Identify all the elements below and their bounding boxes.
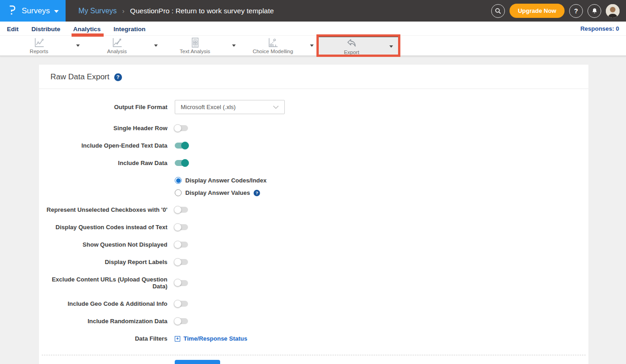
single-header-row-toggle[interactable] xyxy=(175,125,188,131)
toggle-row: Display Question Codes instead of Text xyxy=(39,224,588,231)
randomization-data-toggle[interactable] xyxy=(175,318,188,324)
document-grid-icon xyxy=(189,37,200,48)
choice-modelling-dropdown[interactable] xyxy=(305,44,319,47)
toggle-row: Single Header Row xyxy=(39,125,588,132)
choice-modelling-button[interactable]: Choice Modelling xyxy=(241,36,305,55)
chevron-down-icon xyxy=(54,10,59,13)
field-label: Represent Unselected Checkboxes with '0' xyxy=(39,206,167,213)
tab-distribute[interactable]: Distribute xyxy=(32,25,61,33)
output-format-select[interactable]: Microsoft Excel (.xls) xyxy=(175,100,285,114)
field-label: Display Report Labels xyxy=(39,259,167,265)
field-label: Show Question Not Displayed xyxy=(39,241,167,248)
chevron-down-icon xyxy=(273,105,279,109)
bell-icon xyxy=(591,7,598,14)
export-dropdown[interactable] xyxy=(384,45,398,48)
help-button[interactable]: ? xyxy=(569,4,583,18)
export-arrow-icon xyxy=(345,38,358,49)
report-labels-toggle[interactable] xyxy=(175,259,188,265)
text-analysis-button[interactable]: Text Analysis xyxy=(163,36,227,55)
reports-button[interactable]: Reports xyxy=(7,36,71,55)
search-button[interactable] xyxy=(491,4,505,18)
unselected-checkboxes-zero-toggle[interactable] xyxy=(175,207,188,213)
survey-title: QuestionPro : Return to work survey temp… xyxy=(130,7,274,15)
caret-down-icon xyxy=(232,44,236,47)
geo-code-toggle[interactable] xyxy=(175,301,188,307)
toolbar-group-reports: Reports xyxy=(7,36,85,55)
toggle-row: Include Open-Ended Text Data xyxy=(39,142,588,149)
toggle-row: Represent Unselected Checkboxes with '0' xyxy=(39,206,588,213)
brand-menu[interactable]: Surveys xyxy=(0,0,66,22)
toggle-knob xyxy=(174,300,182,308)
content-area: Raw Data Export ? Output File Format Mic… xyxy=(0,56,626,364)
toggle-row: Exclude Content URLs (Upload Question Da… xyxy=(39,276,588,290)
field-label: Include Open-Ended Text Data xyxy=(39,142,167,149)
toggle-knob xyxy=(174,258,182,266)
time-response-status-link[interactable]: + Time/Response Status xyxy=(175,335,247,342)
upgrade-now-button[interactable]: Upgrade Now xyxy=(510,4,565,18)
exclude-content-urls-toggle[interactable] xyxy=(175,280,188,286)
toggle-knob xyxy=(174,223,182,231)
breadcrumb-my-surveys[interactable]: My Surveys xyxy=(78,7,117,15)
tab-edit[interactable]: Edit xyxy=(7,25,19,33)
breadcrumb-separator: › xyxy=(122,7,125,15)
answer-display-radio-group: Display Answer Codes/Index Display Answe… xyxy=(175,177,588,196)
toolbar-group-analysis: Analysis xyxy=(85,36,163,55)
toggle-knob xyxy=(174,279,182,287)
panel-title: Raw Data Export xyxy=(50,72,110,82)
download-row: Download xyxy=(42,355,586,364)
reports-dropdown[interactable] xyxy=(71,44,85,47)
radio-icon xyxy=(175,189,182,196)
toolbar-group-text-analysis: Text Analysis xyxy=(163,36,241,55)
export-settings-form: Output File Format Microsoft Excel (.xls… xyxy=(39,89,588,364)
questionpro-logo-icon xyxy=(7,4,17,17)
search-icon xyxy=(494,7,502,15)
product-name: Surveys xyxy=(22,6,50,16)
toggle-row: Display Report Labels xyxy=(39,259,588,265)
field-label: Single Header Row xyxy=(39,125,167,132)
export-button[interactable]: Export xyxy=(319,37,384,55)
responses-count: Responses: 0 xyxy=(580,25,619,32)
analysis-button[interactable]: Analysis xyxy=(85,36,149,55)
help-icon[interactable]: ? xyxy=(254,190,260,196)
radio-display-answer-codes[interactable]: Display Answer Codes/Index xyxy=(175,177,588,184)
toolbar-group-export: Export xyxy=(319,36,398,55)
field-label: Include Randomization Data xyxy=(39,318,167,325)
notifications-button[interactable] xyxy=(587,4,601,18)
caret-down-icon xyxy=(76,44,80,47)
field-label: Data Filters xyxy=(39,335,167,342)
toggle-knob xyxy=(174,124,182,132)
text-analysis-dropdown[interactable] xyxy=(227,44,241,47)
question-codes-toggle[interactable] xyxy=(175,224,188,230)
select-value: Microsoft Excel (.xls) xyxy=(181,104,273,110)
toggle-row: Include Geo Code & Additional Info xyxy=(39,300,588,307)
toggle-knob xyxy=(181,142,189,149)
toggle-row: Include Raw Data xyxy=(39,160,588,166)
toggle-knob xyxy=(174,206,182,214)
output-format-row: Output File Format Microsoft Excel (.xls… xyxy=(39,100,588,114)
user-avatar[interactable] xyxy=(606,4,620,18)
field-label: Exclude Content URLs (Upload Question Da… xyxy=(39,276,167,290)
tab-integration[interactable]: Integration xyxy=(114,25,146,33)
field-label: Include Geo Code & Additional Info xyxy=(39,300,167,307)
analysis-dropdown[interactable] xyxy=(149,44,163,47)
raw-data-export-panel: Raw Data Export ? Output File Format Mic… xyxy=(39,65,588,364)
field-label: Output File Format xyxy=(39,104,167,110)
toggle-row: Include Randomization Data xyxy=(39,318,588,325)
toggle-knob xyxy=(181,159,189,167)
breadcrumb: My Surveys › QuestionPro : Return to wor… xyxy=(78,7,491,15)
toolbar-group-choice-modelling: Choice Modelling xyxy=(241,36,319,55)
panel-header: Raw Data Export ? xyxy=(39,65,588,89)
line-chart-icon xyxy=(33,37,45,48)
trend-chart-icon xyxy=(111,37,123,48)
toggle-row: Show Question Not Displayed xyxy=(39,241,588,248)
tab-analytics[interactable]: Analytics xyxy=(73,25,101,33)
analytics-toolbar: Reports Analysis Text Anal xyxy=(0,36,626,56)
help-icon[interactable]: ? xyxy=(114,73,122,81)
radio-display-answer-values[interactable]: Display Answer Values ? xyxy=(175,189,588,196)
include-open-ended-toggle[interactable] xyxy=(175,143,188,149)
question-not-displayed-toggle[interactable] xyxy=(175,242,188,248)
include-raw-data-toggle[interactable] xyxy=(175,160,188,166)
download-button[interactable]: Download xyxy=(175,360,220,364)
field-label: Include Raw Data xyxy=(39,160,167,166)
toggle-knob xyxy=(174,241,182,248)
